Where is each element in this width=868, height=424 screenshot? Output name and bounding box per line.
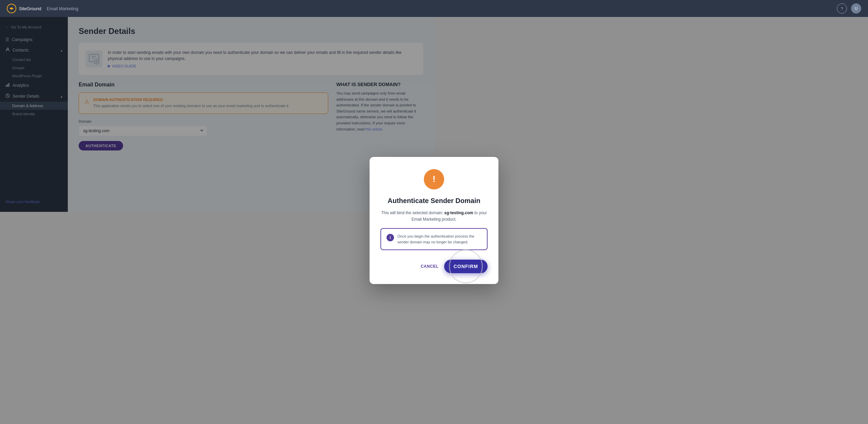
siteground-logo-icon (7, 4, 16, 13)
modal-overlay[interactable]: ! Authenticate Sender Domain This will b… (0, 17, 434, 212)
product-title: Email Marketing (47, 6, 78, 11)
modal-warning-icon: ! (424, 169, 434, 189)
nav-left: SiteGround Email Marketing (7, 4, 78, 13)
modal-title: Authenticate Sender Domain (388, 196, 434, 205)
confirm-modal: ! Authenticate Sender Domain This will b… (370, 157, 434, 212)
top-navigation: SiteGround Email Marketing ? U (0, 0, 434, 17)
logo[interactable]: SiteGround (7, 4, 41, 13)
modal-description: This will bind the selected domain: sg-t… (380, 210, 434, 212)
logo-text: SiteGround (19, 6, 41, 11)
